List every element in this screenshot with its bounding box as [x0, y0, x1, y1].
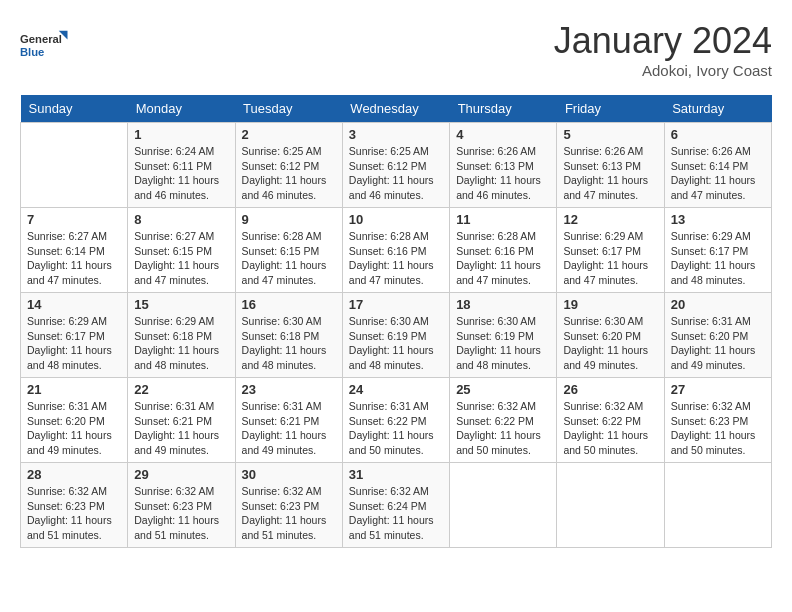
day-detail: Sunrise: 6:31 AMSunset: 6:22 PMDaylight:… [349, 399, 443, 458]
day-detail: Sunrise: 6:29 AMSunset: 6:17 PMDaylight:… [27, 314, 121, 373]
day-cell: 1 Sunrise: 6:24 AMSunset: 6:11 PMDayligh… [128, 123, 235, 208]
day-cell: 17 Sunrise: 6:30 AMSunset: 6:19 PMDaylig… [342, 293, 449, 378]
day-number: 21 [27, 382, 121, 397]
day-cell: 31 Sunrise: 6:32 AMSunset: 6:24 PMDaylig… [342, 463, 449, 548]
day-cell: 2 Sunrise: 6:25 AMSunset: 6:12 PMDayligh… [235, 123, 342, 208]
day-cell: 22 Sunrise: 6:31 AMSunset: 6:21 PMDaylig… [128, 378, 235, 463]
day-cell: 27 Sunrise: 6:32 AMSunset: 6:23 PMDaylig… [664, 378, 771, 463]
calendar-table: SundayMondayTuesdayWednesdayThursdayFrid… [20, 95, 772, 548]
day-number: 11 [456, 212, 550, 227]
day-detail: Sunrise: 6:30 AMSunset: 6:19 PMDaylight:… [349, 314, 443, 373]
day-cell: 6 Sunrise: 6:26 AMSunset: 6:14 PMDayligh… [664, 123, 771, 208]
week-row-1: 1 Sunrise: 6:24 AMSunset: 6:11 PMDayligh… [21, 123, 772, 208]
day-detail: Sunrise: 6:31 AMSunset: 6:21 PMDaylight:… [242, 399, 336, 458]
day-header-monday: Monday [128, 95, 235, 123]
day-number: 9 [242, 212, 336, 227]
day-number: 13 [671, 212, 765, 227]
day-cell: 20 Sunrise: 6:31 AMSunset: 6:20 PMDaylig… [664, 293, 771, 378]
day-cell: 30 Sunrise: 6:32 AMSunset: 6:23 PMDaylig… [235, 463, 342, 548]
day-number: 17 [349, 297, 443, 312]
day-detail: Sunrise: 6:31 AMSunset: 6:21 PMDaylight:… [134, 399, 228, 458]
logo: General Blue [20, 20, 70, 70]
week-row-4: 21 Sunrise: 6:31 AMSunset: 6:20 PMDaylig… [21, 378, 772, 463]
day-number: 2 [242, 127, 336, 142]
svg-text:General: General [20, 33, 62, 45]
day-header-wednesday: Wednesday [342, 95, 449, 123]
day-header-friday: Friday [557, 95, 664, 123]
day-cell: 26 Sunrise: 6:32 AMSunset: 6:22 PMDaylig… [557, 378, 664, 463]
day-cell: 3 Sunrise: 6:25 AMSunset: 6:12 PMDayligh… [342, 123, 449, 208]
day-detail: Sunrise: 6:32 AMSunset: 6:23 PMDaylight:… [671, 399, 765, 458]
day-cell [557, 463, 664, 548]
day-cell: 19 Sunrise: 6:30 AMSunset: 6:20 PMDaylig… [557, 293, 664, 378]
day-detail: Sunrise: 6:30 AMSunset: 6:20 PMDaylight:… [563, 314, 657, 373]
day-detail: Sunrise: 6:32 AMSunset: 6:23 PMDaylight:… [27, 484, 121, 543]
day-detail: Sunrise: 6:32 AMSunset: 6:23 PMDaylight:… [134, 484, 228, 543]
day-number: 16 [242, 297, 336, 312]
day-detail: Sunrise: 6:31 AMSunset: 6:20 PMDaylight:… [27, 399, 121, 458]
day-detail: Sunrise: 6:29 AMSunset: 6:18 PMDaylight:… [134, 314, 228, 373]
day-number: 6 [671, 127, 765, 142]
day-detail: Sunrise: 6:32 AMSunset: 6:22 PMDaylight:… [563, 399, 657, 458]
location: Adokoi, Ivory Coast [554, 62, 772, 79]
page-header: General Blue January 2024 Adokoi, Ivory … [20, 20, 772, 79]
day-cell: 28 Sunrise: 6:32 AMSunset: 6:23 PMDaylig… [21, 463, 128, 548]
day-header-tuesday: Tuesday [235, 95, 342, 123]
day-cell: 13 Sunrise: 6:29 AMSunset: 6:17 PMDaylig… [664, 208, 771, 293]
day-number: 24 [349, 382, 443, 397]
calendar-header-row: SundayMondayTuesdayWednesdayThursdayFrid… [21, 95, 772, 123]
day-number: 25 [456, 382, 550, 397]
day-cell: 11 Sunrise: 6:28 AMSunset: 6:16 PMDaylig… [450, 208, 557, 293]
day-number: 4 [456, 127, 550, 142]
day-cell: 18 Sunrise: 6:30 AMSunset: 6:19 PMDaylig… [450, 293, 557, 378]
day-detail: Sunrise: 6:26 AMSunset: 6:13 PMDaylight:… [563, 144, 657, 203]
day-number: 20 [671, 297, 765, 312]
day-detail: Sunrise: 6:32 AMSunset: 6:22 PMDaylight:… [456, 399, 550, 458]
day-detail: Sunrise: 6:30 AMSunset: 6:18 PMDaylight:… [242, 314, 336, 373]
logo-svg: General Blue [20, 20, 70, 70]
day-cell: 10 Sunrise: 6:28 AMSunset: 6:16 PMDaylig… [342, 208, 449, 293]
day-cell: 14 Sunrise: 6:29 AMSunset: 6:17 PMDaylig… [21, 293, 128, 378]
day-number: 14 [27, 297, 121, 312]
day-cell: 5 Sunrise: 6:26 AMSunset: 6:13 PMDayligh… [557, 123, 664, 208]
day-cell: 12 Sunrise: 6:29 AMSunset: 6:17 PMDaylig… [557, 208, 664, 293]
day-cell: 16 Sunrise: 6:30 AMSunset: 6:18 PMDaylig… [235, 293, 342, 378]
day-detail: Sunrise: 6:31 AMSunset: 6:20 PMDaylight:… [671, 314, 765, 373]
week-row-5: 28 Sunrise: 6:32 AMSunset: 6:23 PMDaylig… [21, 463, 772, 548]
day-number: 22 [134, 382, 228, 397]
svg-text:Blue: Blue [20, 46, 44, 58]
day-cell: 21 Sunrise: 6:31 AMSunset: 6:20 PMDaylig… [21, 378, 128, 463]
day-detail: Sunrise: 6:28 AMSunset: 6:16 PMDaylight:… [456, 229, 550, 288]
day-number: 27 [671, 382, 765, 397]
day-detail: Sunrise: 6:25 AMSunset: 6:12 PMDaylight:… [242, 144, 336, 203]
week-row-3: 14 Sunrise: 6:29 AMSunset: 6:17 PMDaylig… [21, 293, 772, 378]
day-number: 19 [563, 297, 657, 312]
day-cell [21, 123, 128, 208]
day-detail: Sunrise: 6:29 AMSunset: 6:17 PMDaylight:… [563, 229, 657, 288]
day-number: 3 [349, 127, 443, 142]
day-cell: 15 Sunrise: 6:29 AMSunset: 6:18 PMDaylig… [128, 293, 235, 378]
day-number: 23 [242, 382, 336, 397]
day-detail: Sunrise: 6:32 AMSunset: 6:23 PMDaylight:… [242, 484, 336, 543]
day-cell: 23 Sunrise: 6:31 AMSunset: 6:21 PMDaylig… [235, 378, 342, 463]
day-number: 12 [563, 212, 657, 227]
day-cell: 24 Sunrise: 6:31 AMSunset: 6:22 PMDaylig… [342, 378, 449, 463]
day-detail: Sunrise: 6:27 AMSunset: 6:14 PMDaylight:… [27, 229, 121, 288]
day-number: 8 [134, 212, 228, 227]
week-row-2: 7 Sunrise: 6:27 AMSunset: 6:14 PMDayligh… [21, 208, 772, 293]
day-number: 30 [242, 467, 336, 482]
day-cell: 25 Sunrise: 6:32 AMSunset: 6:22 PMDaylig… [450, 378, 557, 463]
day-cell: 29 Sunrise: 6:32 AMSunset: 6:23 PMDaylig… [128, 463, 235, 548]
day-detail: Sunrise: 6:26 AMSunset: 6:14 PMDaylight:… [671, 144, 765, 203]
day-cell: 7 Sunrise: 6:27 AMSunset: 6:14 PMDayligh… [21, 208, 128, 293]
day-detail: Sunrise: 6:29 AMSunset: 6:17 PMDaylight:… [671, 229, 765, 288]
day-detail: Sunrise: 6:26 AMSunset: 6:13 PMDaylight:… [456, 144, 550, 203]
day-cell [664, 463, 771, 548]
day-detail: Sunrise: 6:25 AMSunset: 6:12 PMDaylight:… [349, 144, 443, 203]
day-number: 1 [134, 127, 228, 142]
day-header-sunday: Sunday [21, 95, 128, 123]
day-cell: 8 Sunrise: 6:27 AMSunset: 6:15 PMDayligh… [128, 208, 235, 293]
day-header-saturday: Saturday [664, 95, 771, 123]
month-year: January 2024 [554, 20, 772, 62]
day-header-thursday: Thursday [450, 95, 557, 123]
